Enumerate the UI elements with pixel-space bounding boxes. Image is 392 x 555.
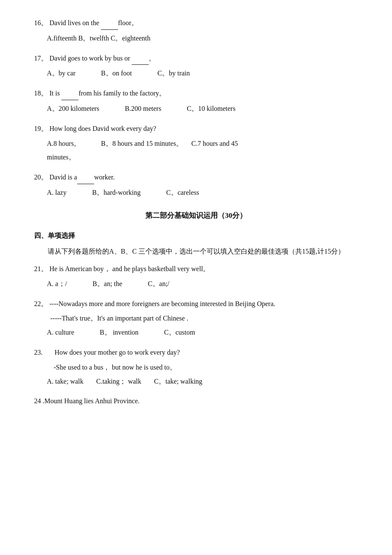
question-23: 23. How does your mother go to work ever… xyxy=(34,347,358,387)
question-18-text: 18。 It is from his family to the factory… xyxy=(34,87,358,100)
q20-optB: B。hard-working xyxy=(92,187,141,199)
q18-optB: B.200 meters xyxy=(125,103,161,115)
q20-optC: C。careless xyxy=(166,187,199,199)
q23-number: 23. xyxy=(34,349,43,356)
q18-optA: A。200 kilometers xyxy=(47,103,99,115)
q19-options-cont: minutes。 xyxy=(47,151,358,164)
question-24-text: 24 .Mount Huang lies Anhui Province. xyxy=(34,395,358,408)
q21-optB: B。an; the xyxy=(92,278,122,290)
q19-optC-cont: minutes。 xyxy=(47,153,75,161)
q17-optB: B。on foot xyxy=(101,67,132,80)
question-23-text: 23. How does your mother go to work ever… xyxy=(34,347,358,359)
question-17-text: 17。 David goes to work by bus or 。 xyxy=(34,52,358,65)
q16-optC: C。eighteenth xyxy=(111,35,150,42)
question-22-text: 22。 ----Nowadays more and more foreigner… xyxy=(34,298,358,310)
q24-content: .Mount Huang lies Anhui Province. xyxy=(43,397,140,405)
q17-content: David goes to work by bus or 。 xyxy=(49,55,156,62)
q21-number: 21。 xyxy=(34,265,48,272)
q17-optA: A。by car xyxy=(47,67,75,80)
q23-response: -She used to a bus， but now he is used t… xyxy=(47,361,358,374)
q19-options: A.8 hours。 B。8 hours and 15 minutes。 C.7… xyxy=(47,138,358,150)
part4-instruction: 请从下列各题所给的A、B、C 三个选项中，选出一个可以填入空白处的最佳选项（共1… xyxy=(34,246,358,258)
q20-optA: A. lazy xyxy=(47,187,66,199)
section2-title: 第二部分基础知识运用（30分） xyxy=(34,209,358,223)
q18-optC: C。10 kilometers xyxy=(187,103,235,115)
question-18: 18。 It is from his family to the factory… xyxy=(34,87,358,115)
q16-optA: A.fifteenth xyxy=(47,35,77,42)
q21-content: He is American boy， and he plays basketb… xyxy=(49,265,210,272)
q22-content: ----Nowadays more and more foreigners ar… xyxy=(49,300,275,307)
q17-number: 17。 xyxy=(34,55,48,62)
question-19-text: 19。 How long does David work every day? xyxy=(34,123,358,135)
q16-number: 16。 xyxy=(34,19,48,26)
q21-optA: A. a；/ xyxy=(47,278,67,290)
q18-options: A。200 kilometers B.200 meters C。10 kilom… xyxy=(47,103,358,115)
q22-optA: A. culture xyxy=(47,327,74,339)
q22-optC: C。custom xyxy=(164,327,195,339)
q21-options: A. a；/ B。an; the C。an;/ xyxy=(47,278,358,290)
q22-number: 22。 xyxy=(34,300,48,307)
question-21-text: 21。 He is American boy， and he plays bas… xyxy=(34,263,358,275)
question-17: 17。 David goes to work by bus or 。 A。by … xyxy=(34,52,358,80)
q17-options: A。by car B。on foot C。by train xyxy=(47,67,358,80)
part4-title: 四、单项选择 xyxy=(34,230,358,242)
q18-number: 18。 xyxy=(34,90,48,97)
q24-number: 24 xyxy=(34,397,41,405)
question-16-text: 16。 David lives on the floor。 xyxy=(34,17,358,30)
question-22: 22。 ----Nowadays more and more foreigner… xyxy=(34,298,358,339)
question-20-text: 20。 David is a worker. xyxy=(34,171,358,184)
q21-optC: C。an;/ xyxy=(148,278,170,290)
q20-options: A. lazy B。hard-working C。careless xyxy=(47,187,358,199)
q22-options: A. culture B。 invention C。custom xyxy=(47,327,358,339)
q16-optB: B。twelfth xyxy=(78,35,109,42)
q23-options: A. take; walk C.taking； walk C。take; wal… xyxy=(47,376,358,388)
q23-optC: C。take; walking xyxy=(154,376,202,388)
question-19: 19。 How long does David work every day? … xyxy=(34,123,358,164)
q18-content: It is from his family to the factory。 xyxy=(49,90,166,97)
q23-content: How does your mother go to work every da… xyxy=(44,349,180,356)
question-24: 24 .Mount Huang lies Anhui Province. xyxy=(34,395,358,408)
question-16: 16。 David lives on the floor。 A.fifteent… xyxy=(34,17,358,45)
q17-optC: C。by train xyxy=(158,67,190,80)
q22-response: -----That's true。It's an important part … xyxy=(47,312,358,325)
q20-content: David is a worker. xyxy=(49,173,115,181)
q20-number: 20。 xyxy=(34,173,48,181)
q19-number: 19。 xyxy=(34,125,48,132)
q19-content: How long does David work every day? xyxy=(49,125,156,132)
q16-content: David lives on the floor。 xyxy=(49,19,138,26)
q19-optA: A.8 hours。 xyxy=(47,140,81,147)
question-21: 21。 He is American boy， and he plays bas… xyxy=(34,263,358,290)
q23-optB: C.taking； walk xyxy=(96,376,141,388)
q19-optC: C.7 hours and 45 xyxy=(191,140,238,147)
q16-options: A.fifteenth B。twelfth C。eighteenth xyxy=(47,32,358,45)
q22-optB: B。 invention xyxy=(100,327,138,339)
q19-optB: B。8 hours and 15 minutes。 xyxy=(101,140,183,147)
q23-optA: A. take; walk xyxy=(47,376,84,388)
question-20: 20。 David is a worker. A. lazy B。hard-wo… xyxy=(34,171,358,199)
